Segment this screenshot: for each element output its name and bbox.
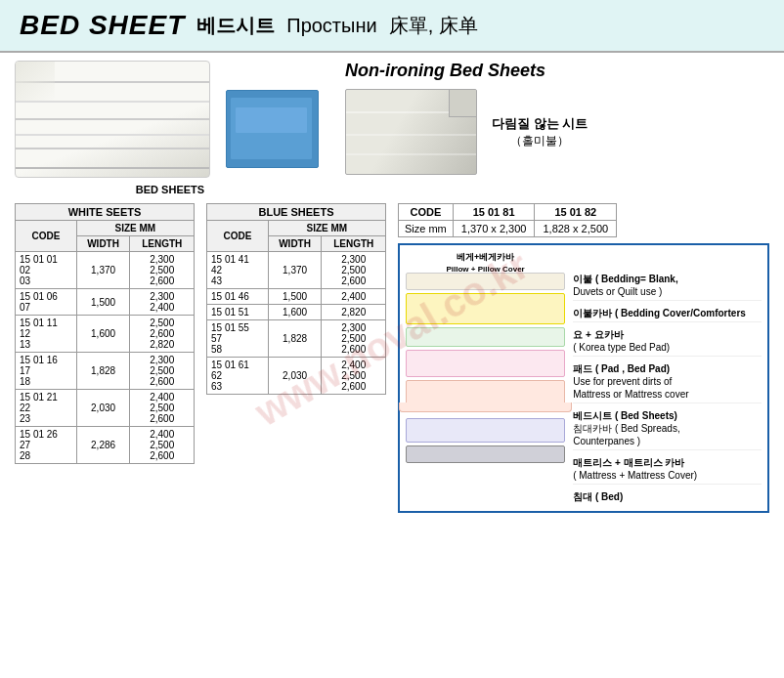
white-table-row-width: 1,828 <box>76 353 130 390</box>
layer-mattress <box>406 418 565 443</box>
blue-table-row-code: 15 01 51 <box>207 305 269 320</box>
blue-table-row-code: 15 01 414243 <box>207 252 269 289</box>
blue-sheets-table: BLUE SHEETS CODE SIZE MM WIDTH LENGTH 15… <box>206 203 386 395</box>
pillow-label: 베게+베게카바 Pillow + Pillow Cover <box>406 251 565 274</box>
blue-table-row-length: 2,820 <box>322 305 386 320</box>
white-table-title: WHITE SEETS <box>16 204 195 221</box>
white-table-row-length: 2,3002,400 <box>130 289 195 316</box>
blue-table-title: BLUE SHEETS <box>207 204 386 221</box>
code-val2-header: 15 01 82 <box>535 204 617 221</box>
white-sheets-image <box>15 61 210 178</box>
white-table-row-code: 15 01 010203 <box>16 252 77 289</box>
white-table-row-length: 2,3002,5002,600 <box>130 353 195 390</box>
layer-bedsheet <box>406 380 565 407</box>
white-code-header: CODE <box>16 221 77 252</box>
blue-table-row-width: 1,828 <box>268 320 322 358</box>
white-table-row-code: 15 01 161718 <box>16 353 77 390</box>
layer-yo <box>406 327 565 347</box>
white-table-row-width: 1,500 <box>76 289 130 316</box>
white-table-row-length: 2,3002,5002,600 <box>130 252 195 289</box>
blue-table-row-width: 1,500 <box>268 289 322 305</box>
diag-label-bedsheet: 베드시트 ( Bed Sheets) 침대카바 ( Bed Spreads,Co… <box>573 407 762 450</box>
code-table: CODE 15 01 81 15 01 82 Size mm 1,370 x 2… <box>398 203 769 237</box>
white-length-header: LENGTH <box>130 236 195 252</box>
non-ironing-label: 다림질 않는 시트 （홀미불） <box>492 115 588 149</box>
white-width-header: WIDTH <box>76 236 130 252</box>
right-section: CODE 15 01 81 15 01 82 Size mm 1,370 x 2… <box>398 203 769 513</box>
diag-label-ibuilt-cover: 이불카바 ( Bedding Cover/Comforters <box>573 305 762 322</box>
blue-table-row-code: 15 01 616263 <box>207 358 269 395</box>
blue-length-header: LENGTH <box>322 236 386 252</box>
page-container: BED SHEET 베드시트 Простыни 床單, 床单 <box>0 0 784 521</box>
white-table-row-length: 2,5002,6002,820 <box>130 316 195 353</box>
white-sheets-table: WHITE SEETS CODE SIZE MM WIDTH LENGTH 15… <box>15 203 195 464</box>
diag-label-mattress: 매트리스 + 매트리스 카바 ( Mattress + Mattress Cov… <box>573 454 762 485</box>
white-table-row-code: 15 01 212223 <box>16 390 77 427</box>
size-val2: 1,828 x 2,500 <box>535 221 617 237</box>
white-table-row-width: 2,286 <box>76 427 130 464</box>
white-table-row-length: 2,4002,5002,600 <box>130 427 195 464</box>
white-table-row-width: 2,030 <box>76 390 130 427</box>
diagram-labels: 이불 ( Bedding= Blank, Duvets or Quilt use… <box>573 251 762 505</box>
blue-sheets-image <box>218 85 326 178</box>
white-table-row-width: 1,370 <box>76 252 130 289</box>
blue-table-row-width: 1,370 <box>268 252 322 289</box>
diag-label-ibuilt: 이불 ( Bedding= Blank, Duvets or Quilt use… <box>573 271 762 301</box>
product-images-section: BED SHEETS <box>15 61 326 195</box>
diag-label-pad: 패드 ( Pad , Bed Pad) Use for prevent dirt… <box>573 360 762 403</box>
white-table-row-length: 2,4002,5002,600 <box>130 390 195 427</box>
blue-table-row-width: 2,030 <box>268 358 322 395</box>
white-table-row-code: 15 01 0607 <box>16 289 77 316</box>
white-table-row-width: 1,600 <box>76 316 130 353</box>
blue-table-row-width: 1,600 <box>268 305 322 320</box>
non-ironing-section: Non-ironing Bed Sheets 다림질 않는 시트 （홀미불） <box>345 61 769 175</box>
blue-table-row-length: 2,400 <box>322 289 386 305</box>
layer-pad <box>406 350 565 377</box>
white-sheets-label: BED SHEETS <box>136 184 204 195</box>
layer-bed <box>406 445 565 463</box>
blue-table-row-length: 2,4002,5002,600 <box>322 358 386 395</box>
header: BED SHEET 베드시트 Простыни 床單, 床单 <box>0 0 784 53</box>
blue-table-row-length: 2,3002,5002,600 <box>322 252 386 289</box>
blue-table-row-code: 15 01 555758 <box>207 320 269 358</box>
blue-size-header: SIZE MM <box>268 221 385 236</box>
layer-ibuilt <box>406 293 565 324</box>
code-col-header: CODE <box>399 204 454 221</box>
blue-table-row-code: 15 01 46 <box>207 289 269 305</box>
diag-label-yo: 요 + 요카바 ( Korea type Bed Pad) <box>573 326 762 357</box>
white-size-header: SIZE MM <box>76 221 194 236</box>
diag-label-bed: 침대 ( Bed) <box>573 488 762 505</box>
blue-table-row-length: 2,3002,5002,600 <box>322 320 386 358</box>
layer-pillow <box>406 273 565 290</box>
diagram-layers: 베게+베게카바 Pillow + Pillow Cover <box>406 251 565 505</box>
title-chinese: 床單, 床单 <box>389 13 478 39</box>
title-english: BED SHEET <box>20 10 185 41</box>
blue-width-header: WIDTH <box>268 236 322 252</box>
title-korean: 베드시트 <box>196 13 275 39</box>
size-val1: 1,370 x 2,300 <box>453 221 535 237</box>
white-table-row-code: 15 01 262728 <box>16 427 77 464</box>
diagram-box: 베게+베게카바 Pillow + Pillow Cover <box>398 243 769 513</box>
non-ironing-image <box>345 89 477 175</box>
code-val1-header: 15 01 81 <box>453 204 535 221</box>
white-table-row-code: 15 01 111213 <box>16 316 77 353</box>
non-ironing-title: Non-ironing Bed Sheets <box>345 61 769 81</box>
size-label: Size mm <box>399 221 454 237</box>
blue-code-header: CODE <box>207 221 269 252</box>
title-russian: Простыни <box>286 15 376 37</box>
